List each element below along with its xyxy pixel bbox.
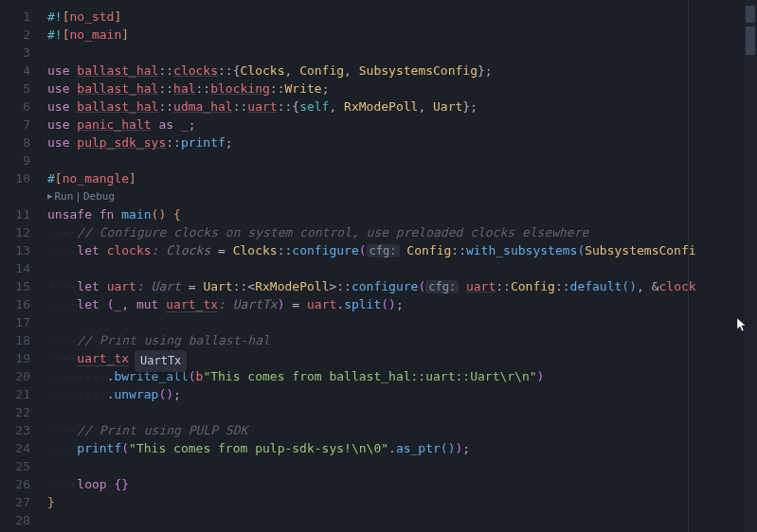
code-line[interactable]: unsafe fn main() { <box>44 205 757 223</box>
codelens-row: ▶Run|Debug <box>44 187 757 205</box>
code-line[interactable]: ····let uart: Uart = Uart::<RxModePoll>:… <box>44 277 757 295</box>
code-line[interactable]: ····// Configure clocks on system contro… <box>44 223 757 241</box>
code-line[interactable]: ····printf("This comes from pulp-sdk-sys… <box>44 439 757 457</box>
code-line[interactable]: use ballast_hal::clocks::{Clocks, Config… <box>44 62 757 80</box>
line-number: 20 <box>0 367 44 385</box>
line-number: 9 <box>0 151 44 169</box>
code-line[interactable] <box>44 403 757 421</box>
line-number-gutter: 1 2 3 4 5 6 7 8 9 10 11 12 13 14 15 16 1… <box>0 0 44 532</box>
line-number: 1 <box>0 8 44 26</box>
line-number: 8 <box>0 133 44 151</box>
code-line[interactable]: use ballast_hal::udma_hal::uart::{self, … <box>44 98 757 115</box>
code-line[interactable]: use pulp_sdk_sys::printf; <box>44 133 757 151</box>
code-area[interactable]: #![no_std] #![no_main] use ballast_hal::… <box>44 0 757 532</box>
minimap-block <box>746 6 755 23</box>
codelens-run[interactable]: Run <box>54 187 73 205</box>
code-line[interactable] <box>44 511 757 529</box>
line-number: 11 <box>0 205 44 223</box>
line-number: 17 <box>0 313 44 331</box>
line-number: 4 <box>0 62 44 80</box>
code-line[interactable] <box>44 151 757 169</box>
editor-ruler <box>688 0 689 532</box>
code-line[interactable]: ····uart_txUartTx <box>44 349 757 367</box>
line-number: 12 <box>0 223 44 241</box>
code-line[interactable]: ····let (_, mut uart_tx: UartTx) = uart.… <box>44 295 757 313</box>
code-line[interactable]: ····loop {} <box>44 475 757 493</box>
line-number: 15 <box>0 277 44 295</box>
code-line[interactable]: } <box>44 493 757 511</box>
hover-tooltip: UartTx <box>135 350 187 372</box>
line-number: 2 <box>0 26 44 44</box>
code-editor[interactable]: 1 2 3 4 5 6 7 8 9 10 11 12 13 14 15 16 1… <box>0 0 757 532</box>
line-number: 28 <box>0 511 44 529</box>
line-number <box>0 187 44 205</box>
line-number: 26 <box>0 475 44 493</box>
code-line[interactable]: ····let clocks: Clocks = Clocks::configu… <box>44 241 757 259</box>
line-number: 25 <box>0 457 44 475</box>
minimap[interactable] <box>744 0 757 532</box>
line-number: 10 <box>0 169 44 187</box>
line-number: 14 <box>0 259 44 277</box>
code-line[interactable] <box>44 313 757 331</box>
codelens-debug[interactable]: Debug <box>83 187 115 205</box>
code-line[interactable]: use panic_halt as _; <box>44 115 757 133</box>
line-number: 27 <box>0 493 44 511</box>
code-line[interactable] <box>44 44 757 62</box>
code-line[interactable]: ········.unwrap(); <box>44 385 757 403</box>
line-number: 18 <box>0 331 44 349</box>
line-number: 16 <box>0 295 44 313</box>
line-number: 22 <box>0 403 44 421</box>
code-line[interactable]: ····// Print using ballast-hal <box>44 331 757 349</box>
line-number: 3 <box>0 44 44 62</box>
codelens-separator: | <box>75 187 81 205</box>
code-line[interactable]: #![no_main] <box>44 26 757 44</box>
line-number: 23 <box>0 421 44 439</box>
minimap-block <box>746 27 755 55</box>
line-number: 6 <box>0 98 44 115</box>
code-line[interactable]: use ballast_hal::hal::blocking::Write; <box>44 80 757 98</box>
code-line[interactable] <box>44 259 757 277</box>
code-line[interactable]: ····// Print using PULP SDK <box>44 421 757 439</box>
code-line[interactable] <box>44 457 757 475</box>
line-number: 21 <box>0 385 44 403</box>
line-number: 5 <box>0 80 44 98</box>
play-icon: ▶ <box>47 187 52 205</box>
code-line[interactable]: #[no_mangle] <box>44 169 757 187</box>
line-number: 7 <box>0 115 44 133</box>
line-number: 13 <box>0 241 44 259</box>
line-number: 19 <box>0 349 44 367</box>
line-number: 24 <box>0 439 44 457</box>
code-line[interactable]: #![no_std] <box>44 8 757 26</box>
